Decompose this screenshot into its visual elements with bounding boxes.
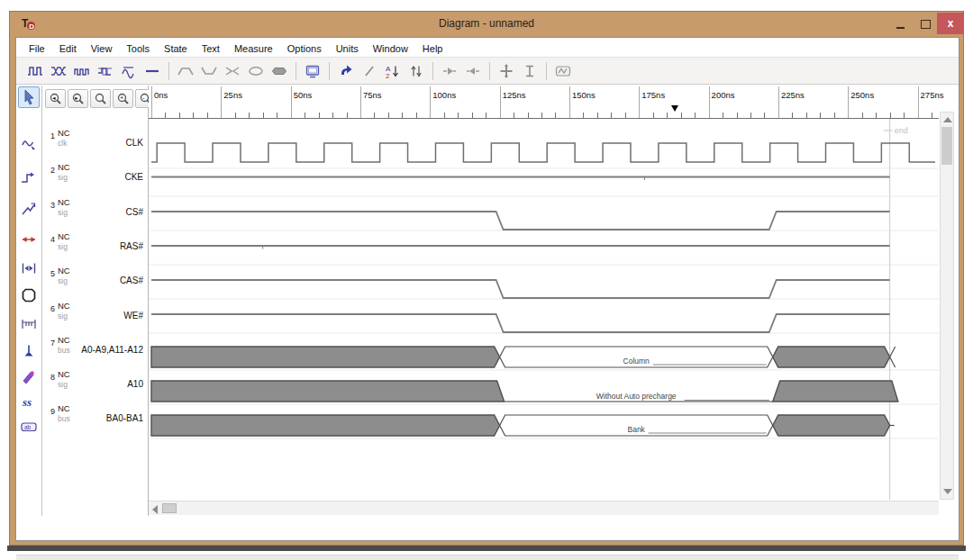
- signal-row-a0-a9-a11-a12[interactable]: 7NCbusA0-A9,A11-A12: [42, 332, 148, 366]
- minimize-button[interactable]: [888, 15, 912, 32]
- maximize-icon: [921, 20, 931, 29]
- signal-row-we-[interactable]: 6NCsigWE#: [42, 298, 148, 332]
- wave-box-button[interactable]: [551, 60, 575, 82]
- menu-item-units[interactable]: Units: [329, 41, 366, 56]
- menu-item-help[interactable]: Help: [415, 41, 450, 56]
- tool-state-shape[interactable]: [18, 285, 40, 306]
- signal-row-a10[interactable]: 8NCsigA10: [42, 366, 148, 401]
- slash-button[interactable]: [358, 60, 381, 82]
- display-monitor-icon: [305, 63, 321, 79]
- menu-item-measure[interactable]: Measure: [227, 41, 280, 56]
- horizontal-scrollbar[interactable]: [149, 501, 939, 515]
- wave-cas-[interactable]: [151, 280, 890, 298]
- zoom-in-button[interactable]: +: [113, 89, 133, 108]
- wave-cs-[interactable]: [151, 212, 890, 230]
- wave-ba0-ba1[interactable]: [151, 415, 500, 436]
- tool-pin-marker[interactable]: [18, 340, 40, 362]
- close-button[interactable]: x: [937, 13, 964, 34]
- time-ruler[interactable]: 0ns25ns50ns75ns100ns125ns150ns175ns200ns…: [149, 86, 939, 119]
- horizontal-line-button[interactable]: [141, 60, 164, 82]
- vertical-scroll-thumb[interactable]: [941, 127, 952, 165]
- signal-row-ba0-ba1[interactable]: 9NCbusBA0-BA1: [42, 401, 148, 435]
- zoom-next-button[interactable]: ▸: [68, 89, 88, 108]
- wave-we-[interactable]: [151, 314, 890, 332]
- menu-item-tools[interactable]: Tools: [119, 41, 157, 56]
- title-bar[interactable]: T D Diagram - unnamed x: [10, 12, 963, 37]
- zoom-button-row: ◂▸+-: [45, 89, 156, 108]
- tool-repeat-ss[interactable]: ss: [18, 391, 40, 412]
- menu-item-edit[interactable]: Edit: [52, 41, 84, 56]
- wave-a10[interactable]: [151, 381, 505, 402]
- clock-wave-icon: [27, 63, 43, 79]
- bus-label: Bank: [627, 425, 645, 434]
- ruler-minor-tick: [764, 113, 765, 118]
- ruler-minor-tick: [388, 113, 389, 118]
- menu-item-options[interactable]: Options: [280, 41, 329, 56]
- wave-clk[interactable]: [151, 143, 935, 162]
- multi-wave-button[interactable]: [94, 60, 117, 82]
- ruler-minor-tick: [597, 113, 598, 118]
- move-cross-button[interactable]: [495, 60, 518, 82]
- meas-right-button[interactable]: [438, 60, 461, 82]
- vertical-scrollbar[interactable]: [940, 112, 954, 500]
- scroll-left-icon[interactable]: [152, 505, 158, 514]
- meas-left-button[interactable]: [461, 60, 485, 82]
- ruler-major-tick: [569, 86, 570, 118]
- tool-slope-line[interactable]: [18, 198, 40, 220]
- menu-item-state[interactable]: State: [157, 41, 195, 56]
- signal-row-cs-[interactable]: 3NCsigCS#: [42, 194, 148, 229]
- formula-wave-button[interactable]: [117, 60, 141, 82]
- tool-label-knife[interactable]: [18, 366, 40, 387]
- signal-row-clk[interactable]: 1NCclkCLK: [42, 125, 148, 159]
- horizontal-line-icon: [144, 63, 160, 79]
- zoom-fit-button[interactable]: [90, 89, 111, 108]
- svg-text:ss: ss: [22, 395, 32, 409]
- menu-item-file[interactable]: File: [22, 41, 52, 56]
- scroll-down-icon[interactable]: [943, 489, 952, 494]
- signal-row-cas-[interactable]: 5NCsigCAS#: [42, 263, 148, 297]
- tool-delay-markers[interactable]: [18, 257, 40, 279]
- clock-wave-button[interactable]: [23, 60, 47, 82]
- tool-text-tag[interactable]: ab: [18, 416, 40, 438]
- toolbar-separator: [489, 62, 490, 80]
- maximize-button[interactable]: [914, 15, 937, 32]
- wave-a0-a9-a11-a12[interactable]: [151, 347, 500, 367]
- svg-text:+: +: [120, 95, 123, 101]
- menu-bar: FileEditViewToolsStateTextMeasureOptions…: [22, 41, 450, 57]
- text-ibeam-button[interactable]: [518, 60, 541, 82]
- tool-measure-width[interactable]: [18, 229, 40, 250]
- select-arrow-icon: [20, 88, 38, 106]
- signal-type: bus: [58, 346, 70, 355]
- signal-row-ras-[interactable]: 4NCsigRAS#: [42, 229, 148, 263]
- tool-time-bracket[interactable]: [18, 313, 40, 335]
- scroll-up-icon[interactable]: [943, 117, 952, 122]
- arc-high-button[interactable]: [174, 60, 197, 82]
- sort-updown-button[interactable]: [405, 60, 428, 82]
- menu-item-text[interactable]: Text: [195, 41, 227, 56]
- ruler-label-75ns: 75ns: [363, 90, 382, 100]
- horizontal-scroll-thumb[interactable]: [162, 503, 177, 513]
- tool-wave-edit[interactable]: [18, 132, 40, 154]
- meas-left-icon: [465, 63, 481, 79]
- signal-number: 2: [46, 166, 55, 175]
- menu-item-window[interactable]: Window: [366, 41, 415, 56]
- hex-filled-icon: [271, 63, 287, 79]
- hex-filled-button[interactable]: [268, 60, 291, 82]
- time-cursor-marker[interactable]: [671, 105, 678, 112]
- tool-edge-step[interactable]: [18, 167, 40, 188]
- zoom-prev-button[interactable]: ◂: [45, 89, 66, 108]
- bowtie-button[interactable]: [221, 60, 244, 82]
- waveform-canvas[interactable]: endColumnWithout Auto prechargeBank: [149, 119, 939, 500]
- menu-item-view[interactable]: View: [84, 41, 120, 56]
- signal-row-cke[interactable]: 2NCsigCKE: [42, 159, 148, 194]
- sort-az-button[interactable]: A2: [381, 60, 405, 82]
- arc-low-button[interactable]: [197, 60, 221, 82]
- slash-icon: [361, 63, 377, 79]
- tool-select-arrow[interactable]: [18, 86, 40, 108]
- redo-arrow-button[interactable]: [334, 60, 358, 82]
- pulse-train-button[interactable]: [70, 60, 94, 82]
- ellipse-outline-button[interactable]: [244, 60, 268, 82]
- bus-cross-button[interactable]: [47, 60, 70, 82]
- display-monitor-button[interactable]: [301, 60, 324, 82]
- app-window: T D Diagram - unnamed x FileEditViewTool…: [9, 11, 964, 546]
